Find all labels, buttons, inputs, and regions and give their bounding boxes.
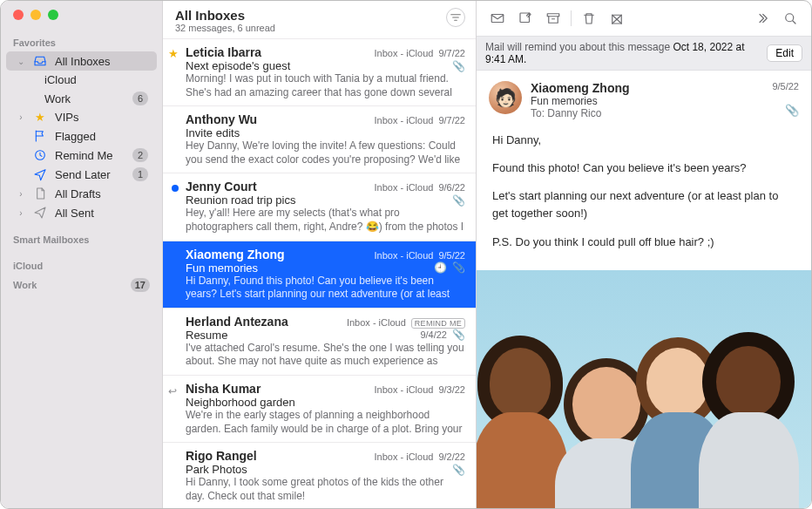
sidebar-item-all-sent[interactable]: › All Sent: [6, 203, 157, 222]
message-row[interactable]: Anthony Wu Inbox - iCloud 9/7/22 Invite …: [163, 105, 476, 173]
message-date: 9/5/22: [438, 250, 465, 261]
compose-button[interactable]: [513, 8, 538, 29]
message-account: Inbox - iCloud: [375, 115, 434, 126]
reply-arrow-icon: ↩: [168, 385, 177, 397]
message-subject: Fun memories: [186, 261, 429, 275]
paperclip-icon: 📎: [452, 194, 465, 207]
sidebar-item-work[interactable]: Work 6: [6, 89, 157, 108]
message-date: 9/3/22: [438, 384, 465, 395]
sidebar-item-label: Flagged: [55, 130, 148, 143]
close-window-button[interactable]: [13, 10, 24, 20]
zoom-window-button[interactable]: [48, 10, 58, 20]
sidebar-item-vips[interactable]: › ★ VIPs: [6, 108, 157, 126]
trash-icon: [580, 10, 598, 26]
message-preview: Hi Danny, I took some great photos of th…: [186, 476, 465, 503]
archive-icon: [545, 10, 562, 26]
message-subject: Resume: [186, 329, 415, 342]
sidebar-item-remind-me[interactable]: Remind Me 2: [6, 146, 157, 165]
message-sender: Herland Antezana: [186, 315, 342, 329]
chevron-right-icon[interactable]: ›: [17, 112, 25, 122]
sidebar-item-label: All Inboxes: [55, 55, 148, 68]
attachment-photo[interactable]: [477, 270, 811, 508]
sidebar-item-send-later[interactable]: Send Later 1: [6, 165, 157, 184]
sidebar-heading-work[interactable]: Work 17: [1, 275, 162, 295]
message-account: Inbox - iCloud: [375, 182, 434, 193]
sidebar-heading-favorites: Favorites: [1, 34, 162, 51]
sender-avatar[interactable]: 🧑🏻: [489, 81, 522, 114]
message-list-pane: All Inboxes 32 messages, 6 unread ★ Leti…: [163, 1, 477, 508]
filter-button[interactable]: [446, 8, 465, 27]
sidebar-heading-icloud[interactable]: iCloud: [1, 257, 162, 275]
message-header: 🧑🏻 Xiaomeng Zhong Fun memories To: Danny…: [477, 71, 811, 126]
paper-plane-icon: [32, 206, 48, 220]
message-row[interactable]: ★ Leticia Ibarra Inbox - iCloud 9/7/22 N…: [163, 38, 476, 105]
header-subject: Fun memories: [531, 95, 763, 107]
message-date: 9/2/22: [438, 451, 465, 462]
message-preview: I've attached Carol's resume. She's the …: [186, 342, 465, 369]
message-list[interactable]: ★ Leticia Ibarra Inbox - iCloud 9/7/22 N…: [163, 38, 476, 508]
remind-me-badge: REMIND ME: [411, 318, 465, 329]
toolbar-separator: [571, 10, 572, 26]
to-name[interactable]: Danny Rico: [547, 107, 601, 119]
sidebar-item-all-inboxes[interactable]: ⌄ All Inboxes: [6, 51, 157, 71]
message-account: Inbox - iCloud: [375, 250, 434, 261]
header-to: To: Danny Rico: [531, 107, 763, 119]
message-preview: Hi Danny, Found this photo! Can you beli…: [186, 275, 465, 302]
sidebar-heading-label: Work: [13, 280, 131, 290]
paperclip-icon: 📎: [772, 104, 799, 117]
message-sender: Rigo Rangel: [186, 449, 369, 463]
message-account: Inbox - iCloud: [375, 451, 434, 462]
message-row[interactable]: Herland Antezana Inbox - iCloud REMIND M…: [163, 308, 476, 375]
junk-button[interactable]: [605, 8, 629, 29]
chevron-right-icon[interactable]: ›: [17, 189, 25, 199]
reader-pane: Mail will remind you about this message …: [477, 1, 811, 508]
sidebar-item-icloud[interactable]: iCloud: [6, 71, 157, 89]
archive-button[interactable]: [541, 8, 565, 29]
message-row[interactable]: Jenny Court Inbox - iCloud 9/6/22 Reunio…: [163, 173, 476, 240]
envelope-icon: [489, 10, 506, 26]
chevron-down-icon[interactable]: ⌄: [17, 57, 25, 66]
message-subject: Next episode's guest: [186, 59, 447, 72]
message-date: 9/7/22: [438, 48, 465, 58]
message-row-selected[interactable]: Xiaomeng Zhong Inbox - iCloud 9/5/22 Fun…: [163, 241, 476, 308]
body-line: Let's start planning our next adventure …: [492, 187, 795, 222]
message-date: 9/6/22: [438, 182, 465, 193]
mailbox-subtitle: 32 messages, 6 unread: [175, 23, 446, 33]
sidebar-item-label: iCloud: [44, 73, 148, 86]
edit-remind-button[interactable]: Edit: [767, 44, 802, 62]
delete-button[interactable]: [577, 8, 601, 29]
paperclip-icon: 📎: [452, 464, 465, 476]
header-from[interactable]: Xiaomeng Zhong: [531, 81, 763, 95]
toolbar: [477, 1, 811, 36]
message-sender: Nisha Kumar: [186, 382, 369, 396]
message-row[interactable]: ↩ Nisha Kumar Inbox - iCloud 9/3/22 Neig…: [163, 375, 476, 442]
search-icon: [782, 10, 799, 26]
chevrons-right-icon: [754, 10, 771, 26]
paperclip-icon: 📎: [452, 261, 465, 274]
message-subject: Neighborhood garden: [186, 396, 465, 409]
message-preview: Hey, y'all! Here are my selects (that's …: [186, 207, 465, 234]
star-icon: ★: [32, 111, 48, 124]
sidebar-item-all-drafts[interactable]: › All Drafts: [6, 184, 157, 203]
header-date: 9/5/22: [772, 81, 799, 92]
chevron-right-icon[interactable]: ›: [17, 208, 25, 218]
message-preview: Morning! I was put in touch with Tania b…: [186, 72, 465, 99]
unread-dot-icon: [172, 185, 179, 192]
sidebar: Favorites ⌄ All Inboxes iCloud Work 6 › …: [1, 1, 163, 508]
sidebar-item-label: Remind Me: [55, 149, 125, 162]
sidebar-item-flagged[interactable]: Flagged: [6, 126, 157, 146]
message-date: 9/7/22: [438, 115, 465, 126]
more-toolbar-button[interactable]: [750, 8, 775, 29]
unread-badge: 1: [132, 167, 148, 181]
unread-badge: 2: [132, 148, 148, 162]
body-line: Found this photo! Can you believe it's b…: [492, 159, 795, 177]
message-row[interactable]: Rigo Rangel Inbox - iCloud 9/2/22 Park P…: [163, 442, 476, 508]
remind-me-banner: Mail will remind you about this message …: [477, 36, 811, 71]
body-line: P.S. Do you think I could pull off blue …: [492, 234, 795, 251]
compose-icon: [517, 10, 534, 26]
envelope-button[interactable]: [485, 8, 510, 29]
svg-point-5: [786, 14, 794, 22]
minimize-window-button[interactable]: [30, 10, 41, 20]
search-button[interactable]: [778, 8, 802, 29]
message-account: Inbox - iCloud: [375, 48, 434, 58]
